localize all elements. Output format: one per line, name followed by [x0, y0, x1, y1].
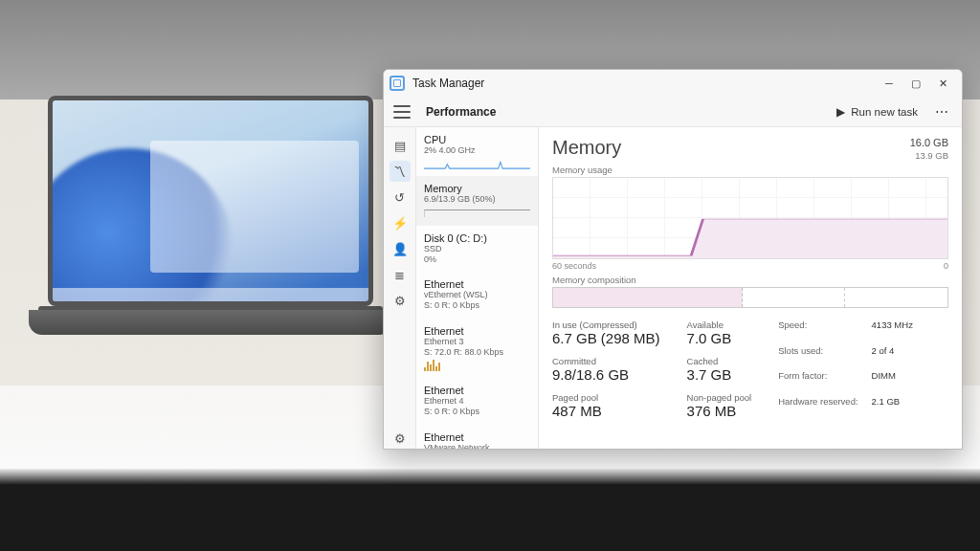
usage-label: Memory usage — [552, 165, 948, 175]
sidebar-item-vmware[interactable]: Ethernet VMware Network… S: 0 R: 0 Kbps — [416, 425, 538, 450]
services-icon[interactable]: ⚙ — [390, 290, 411, 311]
memory-spec-grid: Speed:4133 MHz Slots used:2 of 4 Form fa… — [778, 320, 913, 419]
memory-spark-icon — [424, 208, 530, 219]
sidebar-mem-sub: 6.9/13.9 GB (50%) — [424, 194, 530, 205]
sidebar-disk-sub: SSD 0% — [424, 244, 530, 266]
total-memory: 16.0 GB — [910, 137, 948, 148]
cpu-spark-icon — [424, 158, 530, 169]
axis-left: 60 seconds — [552, 261, 596, 271]
sidebar-item-memory[interactable]: Memory 6.9/13.9 GB (50%) — [416, 176, 538, 225]
sidebar-eth3-title: Ethernet — [424, 325, 530, 337]
paged-value: 487 MB — [552, 403, 660, 419]
sidebar-item-ethernet-wsl[interactable]: Ethernet vEthernet (WSL) S: 0 R: 0 Kbps — [416, 272, 538, 319]
sidebar-disk-title: Disk 0 (C: D:) — [424, 232, 530, 244]
sidebar-cpu-title: CPU — [424, 134, 530, 145]
maximize-button[interactable]: ▢ — [902, 74, 929, 93]
sidebar-item-ethernet3[interactable]: Ethernet Ethernet 3 S: 72.0 R: 88.0 Kbps — [416, 319, 538, 379]
run-new-task-button[interactable]: ▶ Run new task — [831, 102, 924, 121]
sidebar-vmware-title: Ethernet — [424, 431, 530, 443]
hamburger-icon[interactable] — [393, 105, 411, 119]
cached-label: Cached — [687, 356, 752, 366]
run-task-icon: ▶ — [836, 105, 845, 119]
sidebar-item-ethernet4[interactable]: Ethernet Ethernet 4 S: 0 R: 0 Kbps — [416, 378, 538, 425]
sidebar-eth4-title: Ethernet — [424, 385, 530, 396]
svg-marker-0 — [553, 219, 947, 258]
processes-icon[interactable]: ▤ — [390, 135, 411, 156]
sidebar-vmware-sub: VMware Network… S: 0 R: 0 Kbps — [424, 443, 530, 450]
committed-label: Committed — [552, 356, 660, 366]
paged-label: Paged pool — [552, 392, 660, 403]
sidebar-eth3-sub: Ethernet 3 S: 72.0 R: 88.0 Kbps — [424, 337, 530, 359]
details-icon[interactable]: ≣ — [390, 264, 411, 285]
settings-icon[interactable]: ⚙ — [390, 428, 411, 449]
available-memory: 13.9 GB — [910, 150, 948, 161]
composition-label: Memory composition — [552, 275, 948, 285]
nonpaged-value: 376 MB — [687, 403, 752, 419]
sidebar-cpu-sub: 2% 4.00 GHz — [424, 145, 530, 156]
cached-value: 3.7 GB — [687, 366, 752, 383]
close-button[interactable]: ✕ — [929, 74, 956, 93]
users-icon[interactable]: 👤 — [390, 238, 411, 259]
task-manager-icon — [390, 76, 405, 91]
nonpaged-label: Non-paged pool — [687, 392, 752, 403]
sidebar-mem-title: Memory — [424, 183, 530, 194]
axis-right: 0 — [944, 261, 948, 271]
performance-sidebar: CPU 2% 4.00 GHz Memory 6.9/13.9 GB (50%)… — [416, 127, 539, 449]
toolbar: Performance ▶ Run new task ⋯ — [384, 97, 962, 127]
sidebar-eth0-sub: vEthernet (WSL) S: 0 R: 0 Kbps — [424, 290, 530, 312]
nav-rail: ▤ 〽 ↺ ⚡ 👤 ≣ ⚙ ⚙ — [384, 127, 416, 449]
minimize-button[interactable]: ─ — [876, 74, 902, 93]
window-title: Task Manager — [412, 77, 484, 90]
ethernet-spark-icon — [424, 360, 530, 371]
titlebar[interactable]: Task Manager ─ ▢ ✕ — [384, 70, 962, 97]
more-options-button[interactable]: ⋯ — [931, 104, 952, 120]
memory-composition-bar — [552, 287, 948, 308]
sidebar-item-disk0[interactable]: Disk 0 (C: D:) SSD 0% — [416, 226, 538, 273]
available-value: 7.0 GB — [687, 330, 752, 346]
performance-icon[interactable]: 〽 — [390, 161, 411, 182]
app-history-icon[interactable]: ↺ — [390, 187, 411, 208]
task-manager-window: Task Manager ─ ▢ ✕ Performance ▶ Run new… — [383, 69, 963, 450]
sidebar-eth4-sub: Ethernet 4 S: 0 R: 0 Kbps — [424, 396, 530, 418]
startup-icon[interactable]: ⚡ — [390, 212, 411, 233]
sidebar-item-cpu[interactable]: CPU 2% 4.00 GHz — [416, 127, 538, 176]
memory-panel: Memory 16.0 GB 13.9 GB Memory usage 60 s… — [539, 127, 962, 449]
committed-value: 9.8/18.6 GB — [552, 366, 660, 383]
sidebar-eth0-title: Ethernet — [424, 278, 530, 290]
in-use-value: 6.7 GB (298 MB) — [552, 330, 660, 346]
available-label: Available — [687, 320, 752, 330]
run-task-label: Run new task — [851, 106, 918, 118]
memory-heading: Memory — [552, 137, 621, 159]
laptop — [48, 96, 373, 364]
page-title: Performance — [426, 105, 496, 119]
in-use-label: In use (Compressed) — [552, 320, 660, 330]
memory-usage-chart — [552, 177, 948, 259]
